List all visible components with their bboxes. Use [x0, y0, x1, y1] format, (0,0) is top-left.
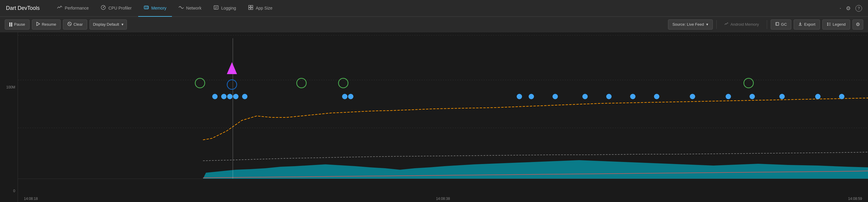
logging-icon: [213, 5, 219, 11]
display-select[interactable]: Display Default ▾: [90, 20, 127, 30]
svg-point-36: [227, 80, 237, 89]
android-memory-label: Android Memory: [731, 22, 759, 27]
display-label: Display Default: [93, 22, 119, 27]
svg-point-1: [103, 7, 104, 8]
pause-label: Pause: [14, 22, 25, 27]
settings-icon[interactable]: ⚙: [846, 5, 851, 12]
svg-point-42: [242, 94, 247, 99]
x-label-3: 14:08:59: [848, 197, 862, 201]
pause-button[interactable]: Pause: [5, 20, 30, 30]
resume-icon: [36, 22, 40, 27]
svg-marker-14: [37, 22, 40, 26]
source-button[interactable]: Source: Live Feed ▾: [668, 20, 713, 30]
svg-point-54: [749, 94, 755, 99]
separator-1: [716, 20, 717, 29]
toolbar: Pause Resume Clear Display Default ▾ Sou…: [0, 17, 868, 32]
svg-point-53: [725, 94, 731, 99]
pause-icon: [9, 22, 12, 27]
svg-point-34: [339, 78, 348, 88]
svg-point-33: [297, 78, 306, 88]
export-label: Export: [804, 22, 815, 27]
source-chevron-icon: ▾: [706, 22, 708, 27]
network-icon: [179, 5, 184, 11]
gc-icon: [775, 22, 779, 27]
tab-performance[interactable]: Performance: [52, 0, 94, 17]
svg-point-46: [529, 94, 534, 99]
tab-memory-label: Memory: [151, 6, 166, 10]
svg-marker-30: [203, 160, 868, 179]
y-axis-100m: 100M: [2, 85, 15, 89]
tab-logging[interactable]: Logging: [208, 0, 242, 17]
legend-button[interactable]: Legend: [822, 20, 850, 30]
svg-rect-11: [251, 5, 253, 7]
svg-point-47: [553, 94, 558, 99]
chevron-down-icon: ▾: [122, 22, 124, 27]
svg-point-52: [690, 94, 695, 99]
x-label-1: 14:08:18: [24, 197, 38, 201]
tab-app-size-label: App Size: [256, 6, 273, 10]
android-memory-button[interactable]: Android Memory: [720, 20, 763, 30]
svg-point-49: [606, 94, 612, 99]
x-label-2: 14:08:38: [436, 197, 450, 201]
toolbar-settings-button[interactable]: ⚙: [852, 20, 863, 30]
svg-rect-12: [249, 8, 250, 9]
header-right: · ⚙ ?: [840, 5, 862, 12]
svg-point-43: [342, 94, 347, 99]
resume-button[interactable]: Resume: [32, 20, 61, 30]
svg-point-38: [212, 94, 218, 99]
svg-point-44: [348, 94, 353, 99]
svg-point-39: [221, 94, 226, 99]
tab-memory[interactable]: Memory: [138, 0, 172, 17]
tab-network-label: Network: [186, 6, 202, 10]
source-label: Source: Live Feed: [673, 22, 704, 27]
chart-inner[interactable]: 14:08:18 14:08:38 14:08:59: [18, 32, 868, 202]
tab-performance-label: Performance: [65, 6, 89, 10]
memory-icon: [144, 5, 149, 11]
app-size-icon: [248, 5, 253, 11]
svg-point-56: [815, 94, 820, 99]
y-axis: 100M 0: [0, 32, 18, 202]
export-button[interactable]: Export: [794, 20, 820, 30]
svg-point-41: [233, 94, 239, 99]
svg-point-40: [227, 94, 232, 99]
performance-icon: [57, 5, 62, 11]
export-icon: [798, 22, 802, 27]
tab-network[interactable]: Network: [173, 0, 207, 17]
svg-point-35: [744, 78, 753, 88]
memory-chart-svg: [18, 32, 868, 194]
x-axis: 14:08:18 14:08:38 14:08:59: [18, 194, 868, 202]
chart-container: 100M 0: [0, 32, 868, 202]
svg-point-51: [654, 94, 659, 99]
svg-rect-13: [251, 8, 253, 9]
svg-line-16: [69, 23, 70, 25]
clear-button[interactable]: Clear: [63, 20, 87, 30]
clear-label: Clear: [73, 22, 83, 27]
gc-button[interactable]: GC: [771, 20, 792, 30]
svg-rect-10: [249, 5, 250, 7]
svg-point-55: [779, 94, 785, 99]
clear-icon: [67, 22, 72, 27]
app-title: Dart DevTools: [6, 5, 40, 11]
tab-app-size[interactable]: App Size: [243, 0, 278, 17]
svg-point-32: [195, 78, 205, 88]
legend-label: Legend: [833, 22, 846, 27]
tab-cpu-profiler[interactable]: CPU Profiler: [95, 0, 137, 17]
cpu-profiler-icon: [101, 5, 106, 11]
dot-menu[interactable]: ·: [840, 5, 841, 11]
tab-cpu-profiler-label: CPU Profiler: [108, 6, 132, 10]
header: Dart DevTools Performance CPU Profiler: [0, 0, 868, 17]
help-icon[interactable]: ?: [856, 5, 862, 12]
android-memory-icon: [724, 22, 728, 27]
y-axis-0: 0: [2, 189, 15, 193]
svg-point-57: [839, 94, 844, 99]
svg-point-48: [582, 94, 588, 99]
separator-2: [767, 20, 767, 29]
toolbar-settings-icon: ⚙: [856, 22, 860, 27]
svg-point-50: [630, 94, 636, 99]
svg-marker-37: [227, 62, 237, 74]
svg-rect-17: [776, 22, 779, 25]
resume-label: Resume: [42, 22, 56, 27]
tab-logging-label: Logging: [221, 6, 236, 10]
gc-label: GC: [781, 22, 787, 27]
svg-point-45: [517, 94, 522, 99]
